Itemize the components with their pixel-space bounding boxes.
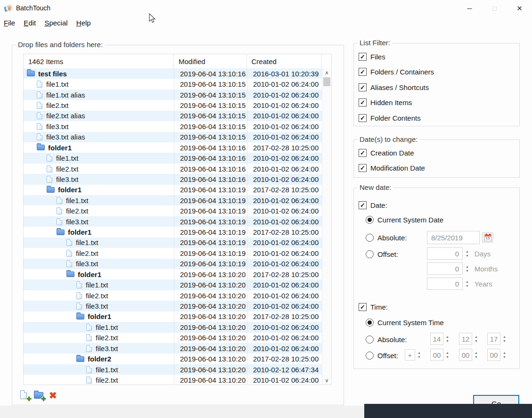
- absolute-seconds-spinner[interactable]: ▲ ▼: [501, 333, 508, 345]
- table-row[interactable]: file1.txt alias2019-06-04 13:10:152010-0…: [24, 90, 323, 100]
- offset-sign-spinner[interactable]: ▲ ▼: [416, 349, 423, 361]
- table-row[interactable]: file3.txt2019-06-04 13:10:162010-01-02 0…: [24, 174, 323, 184]
- offset-minutes-spinner[interactable]: ▲ ▼: [473, 349, 480, 361]
- spin-up-icon[interactable]: ▲: [466, 265, 469, 268]
- spin-down-icon[interactable]: ▼: [503, 339, 506, 343]
- table-row[interactable]: file3.txt2019-06-04 13:10:202010-01-02 0…: [24, 343, 323, 353]
- add-folder-button[interactable]: ✚: [34, 390, 45, 401]
- table-row[interactable]: file2.txt alias2019-06-04 13:10:152010-0…: [24, 111, 323, 121]
- table-row[interactable]: file3.txt2019-06-04 13:10:152010-01-02 0…: [24, 121, 323, 131]
- table-row[interactable]: file3.txt alias2019-06-04 13:10:152010-0…: [24, 132, 323, 142]
- spin-down-icon[interactable]: ▼: [446, 355, 449, 359]
- offset-days-spinner[interactable]: ▲ ▼: [464, 247, 471, 260]
- column-header-items[interactable]: 1462 Items: [24, 54, 174, 68]
- spin-up-icon[interactable]: ▲: [466, 280, 469, 283]
- offset-years-spinner[interactable]: ▲ ▼: [464, 278, 471, 290]
- absolute-date-input[interactable]: 8/25/2019: [427, 231, 480, 244]
- offset-days-input[interactable]: 0: [427, 247, 463, 260]
- spin-down-icon[interactable]: ▼: [475, 355, 478, 359]
- table-row[interactable]: test files2019-06-04 13:10:162016-03-01 …: [24, 68, 323, 79]
- absolute-seconds-input[interactable]: 17: [487, 333, 500, 345]
- table-row[interactable]: file2.txt2019-06-04 13:10:152010-01-02 0…: [24, 100, 323, 110]
- table-row[interactable]: file3.txt2019-06-04 13:10:202010-01-02 0…: [24, 301, 323, 311]
- spin-down-icon[interactable]: ▼: [503, 355, 506, 359]
- spin-down-icon[interactable]: ▼: [466, 254, 469, 257]
- checkbox-date[interactable]: ✓ Date:: [359, 200, 387, 210]
- absolute-minutes-spinner[interactable]: ▲ ▼: [473, 333, 480, 345]
- table-row[interactable]: file1.txt2019-06-04 13:10:192010-01-02 0…: [24, 238, 323, 248]
- spin-up-icon[interactable]: ▲: [446, 351, 449, 354]
- table-row[interactable]: file1.txt2019-06-04 13:10:202010-01-02 0…: [24, 279, 323, 290]
- minimize-button[interactable]: ─: [457, 0, 482, 17]
- spin-up-icon[interactable]: ▲: [503, 335, 506, 338]
- radio-current-system-date[interactable]: Current System Date: [366, 215, 443, 224]
- radio-offset-date[interactable]: Offset:: [366, 249, 398, 259]
- spin-up-icon[interactable]: ▲: [503, 351, 506, 354]
- table-row[interactable]: file1.txt2019-06-04 13:10:152010-01-02 0…: [24, 79, 323, 89]
- table-row[interactable]: file2.txt2019-06-04 13:10:162010-01-02 0…: [24, 164, 323, 174]
- offset-hours-spinner[interactable]: ▲ ▼: [444, 349, 451, 361]
- spin-down-icon[interactable]: ▼: [475, 339, 478, 343]
- column-header-created[interactable]: Created: [247, 54, 322, 68]
- table-row[interactable]: file1.txt2019-06-04 13:10:162010-01-02 0…: [24, 153, 323, 163]
- spin-down-icon[interactable]: ▼: [446, 339, 449, 343]
- column-header-modified[interactable]: Modified: [174, 54, 247, 68]
- checkbox-hidden-items[interactable]: ✓ Hidden Items: [359, 98, 412, 107]
- table-row[interactable]: folder12019-06-04 13:10:192017-02-28 10:…: [24, 185, 323, 195]
- table-row[interactable]: folder12019-06-04 13:10:202017-02-28 10:…: [24, 269, 323, 279]
- offset-years-input[interactable]: 0: [427, 278, 463, 290]
- table-row[interactable]: file3.txt2019-06-04 13:10:192010-01-02 0…: [24, 216, 323, 227]
- checkbox-folders-containers[interactable]: ✓ Folders / Containers: [359, 67, 434, 76]
- table-row[interactable]: folder12019-06-04 13:10:162017-02-28 10:…: [24, 142, 323, 153]
- table-row[interactable]: file2.txt2019-06-04 13:10:192010-01-02 0…: [24, 205, 323, 216]
- spin-up-icon[interactable]: ▲: [466, 250, 469, 253]
- offset-seconds-input[interactable]: 00: [487, 349, 500, 361]
- table-row[interactable]: file2.txt2019-06-04 13:10:202010-01-02 0…: [24, 333, 323, 343]
- radio-current-system-time[interactable]: Current System Time: [366, 318, 444, 327]
- absolute-minutes-input[interactable]: 12: [459, 333, 472, 345]
- menu-edit[interactable]: Edit: [20, 17, 39, 29]
- table-scrollbar[interactable]: ∧ ∨: [322, 68, 331, 385]
- checkbox-aliases-shortcuts[interactable]: ✓ Aliases / Shortcuts: [359, 82, 429, 92]
- menu-help[interactable]: Help: [73, 17, 94, 29]
- checkbox-modification-date[interactable]: ✓ Modification Date: [359, 163, 425, 172]
- scrollbar-thumb[interactable]: [323, 77, 330, 86]
- radio-absolute-date[interactable]: Absolute:: [366, 233, 407, 242]
- spin-up-icon[interactable]: ▲: [475, 335, 478, 338]
- spin-up-icon[interactable]: ▲: [446, 335, 449, 338]
- checkbox-time[interactable]: ✓ Time:: [359, 302, 388, 311]
- scroll-up-button[interactable]: ∧: [322, 68, 331, 77]
- table-row[interactable]: file2.txt2019-06-04 13:10:202010-01-02 0…: [24, 375, 323, 385]
- calendar-button[interactable]: 15: [482, 232, 493, 243]
- checkbox-creation-date[interactable]: ✓ Creation Date: [359, 148, 414, 157]
- table-row[interactable]: folder12019-06-04 13:10:192017-02-28 10:…: [24, 227, 323, 237]
- menu-file[interactable]: File: [0, 17, 18, 29]
- offset-sign-input[interactable]: +: [405, 349, 415, 361]
- spin-up-icon[interactable]: ▲: [417, 351, 421, 354]
- checkbox-files[interactable]: ✓ Files: [359, 52, 385, 61]
- table-row[interactable]: file3.txt2019-06-04 13:10:192010-01-02 0…: [24, 259, 323, 269]
- spin-down-icon[interactable]: ▼: [466, 284, 469, 287]
- checkbox-folder-contents[interactable]: ✓ Folder Contents: [359, 113, 421, 123]
- menu-special[interactable]: Special: [41, 17, 71, 29]
- spin-down-icon[interactable]: ▼: [466, 269, 469, 272]
- spin-down-icon[interactable]: ▼: [417, 355, 421, 359]
- offset-months-spinner[interactable]: ▲ ▼: [464, 262, 471, 275]
- table-row[interactable]: file1.txt2019-06-04 13:10:202010-02-12 0…: [24, 364, 323, 375]
- table-row[interactable]: file2.txt2019-06-04 13:10:192010-01-02 0…: [24, 248, 323, 258]
- spin-up-icon[interactable]: ▲: [475, 351, 478, 354]
- offset-months-input[interactable]: 0: [427, 262, 463, 275]
- table-row[interactable]: file1.txt2019-06-04 13:10:192010-01-02 0…: [24, 195, 323, 205]
- offset-hours-input[interactable]: 00: [430, 349, 443, 361]
- absolute-hours-input[interactable]: 14: [430, 333, 443, 345]
- add-file-button[interactable]: ✚: [19, 390, 31, 401]
- scroll-down-button[interactable]: ∨: [322, 376, 331, 385]
- radio-absolute-time[interactable]: Absolute:: [366, 335, 407, 344]
- table-row[interactable]: folder12019-06-04 13:10:202017-02-28 10:…: [24, 311, 323, 322]
- drop-zone-group[interactable]: Drop files and folders here: 1462 Items …: [12, 45, 344, 405]
- absolute-hours-spinner[interactable]: ▲ ▼: [444, 333, 451, 345]
- close-button[interactable]: ✕: [507, 0, 532, 17]
- table-row[interactable]: file2.txt2019-06-04 13:10:202010-01-02 0…: [24, 290, 323, 301]
- remove-button[interactable]: ✖: [49, 390, 60, 401]
- radio-offset-time[interactable]: Offset:: [366, 351, 398, 360]
